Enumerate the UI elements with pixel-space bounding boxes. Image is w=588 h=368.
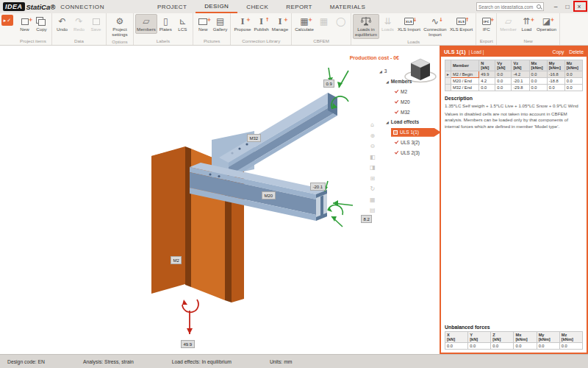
tree-item-m2[interactable]: M2 (379, 87, 441, 97)
value-cell[interactable]: 0.0 (529, 85, 547, 91)
group-labels: ▱ Members ▯ Plates ⊾ LCS Labels (134, 13, 193, 45)
manage-button[interactable]: I+ Manage (270, 14, 290, 34)
menu-project[interactable]: PROJECT (148, 0, 196, 13)
load-value-label[interactable]: -20.1 (310, 183, 326, 191)
value-cell[interactable]: -16.8 (547, 71, 564, 78)
tree-item-uls-1-selected[interactable]: ULS 1(1) (379, 127, 441, 138)
unbalanced-forces-title: Unbalanced forces (445, 325, 583, 330)
tree-root-node[interactable]: ◢ 3 (379, 66, 441, 77)
tree-item-uls-2[interactable]: ULS 2(3) (379, 147, 441, 158)
app-quick-button[interactable]: ▸✓ (1, 15, 13, 26)
delete-load-button[interactable]: Delete (569, 49, 584, 54)
load-value-label[interactable]: 0.9 (323, 79, 334, 88)
save-button[interactable]: Save (87, 14, 104, 34)
tree-item-uls-3[interactable]: ULS 3(2) (379, 138, 441, 148)
menu-check[interactable]: CHECK (237, 0, 277, 13)
member-label-m2[interactable]: M2 (171, 256, 182, 264)
expander-icon[interactable]: ◢ (379, 69, 382, 74)
zoom-in-icon[interactable]: ⊕ (370, 133, 375, 139)
value-cell[interactable]: 0.0 (529, 78, 547, 85)
new-project-item-button[interactable]: + New (16, 14, 33, 34)
menu-report[interactable]: REPORT (277, 0, 321, 13)
gallery-button[interactable]: ▤ Gallery (212, 14, 229, 34)
new-picture-button[interactable]: + New (195, 14, 212, 34)
new-load-button[interactable]: ⇈+ Load (518, 14, 535, 34)
search-box[interactable] (476, 2, 544, 11)
undo-button[interactable]: ↶ Undo (54, 14, 71, 34)
search-input[interactable] (478, 4, 536, 10)
value-cell[interactable]: -4.2 (512, 71, 529, 78)
description-title: Description (445, 96, 583, 101)
loads-in-equilibrium-toggle[interactable]: Loads in equilibrium (353, 14, 379, 39)
redo-button[interactable]: ↷ Redo (71, 14, 87, 34)
load-value-label[interactable]: 49.9 (181, 340, 195, 348)
xls-document-icon: XLS↓ (403, 15, 415, 27)
unbalanced-forces-section: Unbalanced forces X[kN] Y[kN] Z[kN] Mx[k… (445, 325, 583, 350)
value-cell[interactable]: 0.0 (529, 71, 547, 78)
new-member-button[interactable]: ▱ Member (498, 14, 518, 34)
statica-logo: StatiCa® (26, 3, 56, 11)
plates-labels-toggle[interactable]: ▯ Plates (157, 14, 174, 34)
tree-item-m20[interactable]: M20 (379, 96, 441, 107)
group-export: IFC+ IFC Export (476, 13, 497, 45)
minimize-button[interactable]: – (550, 1, 562, 12)
balance-scale-icon (360, 15, 372, 27)
expander-icon[interactable]: ◢ (386, 79, 389, 84)
view-front-icon[interactable]: ◧ (370, 155, 376, 160)
connection-import-button[interactable]: ∿↓ Connection Import (422, 14, 448, 39)
value-cell[interactable]: 0.0 (495, 78, 512, 85)
load-arrows-icon: ⇈+ (520, 15, 532, 27)
value-cell[interactable]: 0.0 (564, 78, 582, 85)
cbfem-disabled-button-2[interactable]: ◯ (332, 14, 349, 29)
ifc-export-button[interactable]: IFC+ IFC (478, 14, 495, 34)
copy-load-button[interactable]: Copy (552, 49, 564, 54)
copy-button[interactable]: Copy (33, 14, 50, 34)
value-cell[interactable]: -18.8 (547, 78, 564, 85)
value-cell[interactable]: 0.0 (547, 85, 564, 91)
value-cell[interactable]: 0.0 (564, 85, 582, 91)
close-button[interactable]: × (573, 1, 585, 12)
xls-import-button[interactable]: XLS↓ XLS Import (396, 14, 422, 34)
propose-button[interactable]: I+ Propose (232, 14, 252, 34)
menu-design[interactable]: DESIGN (196, 0, 237, 13)
solid-view-icon[interactable]: ▤ (370, 208, 376, 213)
xls-export-button[interactable]: XLS↑ XLS Export (448, 14, 474, 34)
members-labels-toggle[interactable]: ▱ Members (135, 14, 157, 34)
value-cell[interactable]: 0.0 (495, 85, 512, 91)
main-menu: PROJECT DESIGN CHECK REPORT MATERIALS (148, 0, 374, 13)
project-settings-button[interactable]: ⚙ Project settings (108, 14, 132, 39)
value-cell[interactable]: 49.9 (479, 71, 495, 78)
zoom-out-icon[interactable]: ⊖ (370, 144, 375, 149)
wireframe-icon[interactable]: ▦ (370, 197, 376, 203)
member-label-m20[interactable]: M20 (262, 191, 276, 199)
expander-icon[interactable]: ◢ (386, 120, 389, 124)
loads-arrows-icon: ⇊ (381, 15, 393, 27)
view-side-icon[interactable]: ◨ (370, 165, 376, 171)
group-project-items: + New Copy Project items (15, 13, 52, 45)
view-top-icon[interactable]: ⊞ (370, 176, 375, 182)
value-cell[interactable]: 0.0 (495, 71, 512, 78)
value-cell[interactable]: 0.0 (564, 71, 582, 78)
rotate-view-icon[interactable]: ↻ (370, 186, 375, 192)
tree-item-m32[interactable]: M32 (379, 107, 441, 117)
loads-disabled-button[interactable]: ⇊ Loads (379, 14, 396, 34)
value-cell[interactable]: -20.1 (512, 78, 529, 85)
load-value-label[interactable]: 8.2 (361, 215, 372, 223)
zoom-fit-icon[interactable]: ⌂ (370, 122, 374, 128)
panel-title: ULS 1(1) (444, 49, 466, 55)
lcs-toggle[interactable]: ⊾ LCS (174, 14, 191, 34)
tree-node-load-effects[interactable]: ◢ Load effects (379, 117, 441, 127)
new-operation-button[interactable]: ◪+ Operation (535, 14, 558, 34)
publish-button[interactable]: I↑ Publish (252, 14, 270, 34)
value-cell[interactable]: -29.8 (512, 85, 529, 91)
cbfem-disabled-button-1[interactable]: ▦ (315, 14, 332, 29)
member-label-m32[interactable]: M32 (247, 134, 261, 142)
3d-scene[interactable] (0, 46, 382, 354)
load-combination-text: 1.35*LC Self weigth + 1.5*LC Live + 1.05… (445, 103, 583, 110)
tree-node-members[interactable]: ◢ Members (379, 77, 441, 87)
menu-materials[interactable]: MATERIALS (321, 0, 374, 13)
value-cell[interactable]: 0.0 (479, 85, 495, 91)
maximize-button[interactable]: □ (562, 1, 573, 12)
calculate-button[interactable]: ▦+ Calculate (293, 14, 315, 34)
value-cell[interactable]: 4.2 (479, 78, 495, 85)
